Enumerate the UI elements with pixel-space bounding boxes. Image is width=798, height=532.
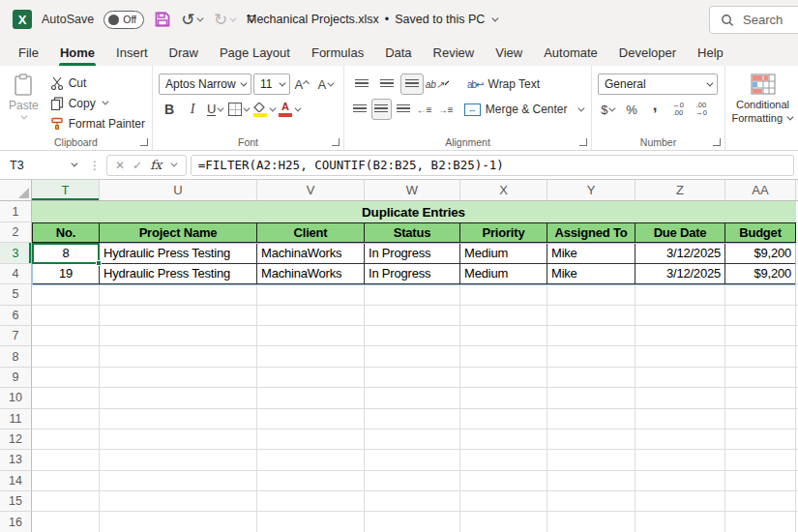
empty-cell[interactable] xyxy=(32,429,100,450)
empty-cell[interactable] xyxy=(547,346,635,367)
column-header-X[interactable]: X xyxy=(460,180,547,200)
autosave-toggle[interactable]: Off xyxy=(103,11,144,29)
empty-cell[interactable] xyxy=(635,306,725,326)
data-cell[interactable]: In Progress xyxy=(365,264,460,284)
align-center-button[interactable] xyxy=(371,99,391,120)
empty-cell[interactable] xyxy=(32,388,100,408)
increase-font-size-button[interactable]: A xyxy=(292,74,313,95)
empty-cell[interactable] xyxy=(460,409,547,429)
empty-cell[interactable] xyxy=(460,346,547,367)
empty-cell[interactable] xyxy=(547,284,635,305)
empty-cell[interactable] xyxy=(460,512,547,532)
conditional-formatting-button[interactable]: Conditional Formatting xyxy=(731,99,794,126)
empty-cell[interactable] xyxy=(725,368,796,388)
empty-cell[interactable] xyxy=(100,346,257,367)
empty-cell[interactable] xyxy=(257,368,365,388)
empty-cell[interactable] xyxy=(547,491,635,512)
tab-developer[interactable]: Developer xyxy=(608,39,687,66)
empty-cell[interactable] xyxy=(547,306,635,326)
empty-cell[interactable] xyxy=(32,471,100,491)
empty-cell[interactable] xyxy=(725,306,796,326)
data-cell[interactable]: 19 xyxy=(32,264,100,284)
empty-cell[interactable] xyxy=(635,409,725,429)
tab-data[interactable]: Data xyxy=(374,39,422,66)
format-painter-button[interactable]: Format Painter xyxy=(47,113,148,133)
enter-button[interactable]: ✓ xyxy=(133,159,142,172)
tab-review[interactable]: Review xyxy=(423,39,486,66)
empty-cell[interactable] xyxy=(635,471,725,491)
empty-cell[interactable] xyxy=(547,388,635,408)
empty-cell[interactable] xyxy=(365,429,460,450)
row-header[interactable]: 14 xyxy=(0,471,32,491)
cut-button[interactable]: Cut xyxy=(47,73,148,93)
empty-cell[interactable] xyxy=(460,368,547,388)
empty-cell[interactable] xyxy=(100,388,257,408)
data-cell[interactable]: $9,200 xyxy=(725,243,796,263)
empty-cell[interactable] xyxy=(460,491,547,512)
empty-cell[interactable] xyxy=(257,450,365,470)
decrease-font-size-button[interactable]: A xyxy=(315,74,337,95)
empty-cell[interactable] xyxy=(365,450,460,470)
decrease-decimal-button[interactable]: .00→0 xyxy=(691,99,712,120)
tab-formulas[interactable]: Formulas xyxy=(301,39,374,66)
comma-style-button[interactable]: , xyxy=(644,99,665,120)
row-header[interactable]: 7 xyxy=(0,326,32,346)
row-header[interactable]: 11 xyxy=(0,409,32,429)
empty-cell[interactable] xyxy=(365,491,460,512)
copy-button[interactable]: Copy xyxy=(47,93,148,113)
borders-button[interactable] xyxy=(228,99,251,120)
data-cell[interactable]: 8 xyxy=(32,243,100,263)
empty-cell[interactable] xyxy=(547,368,635,388)
data-cell[interactable]: Hydraulic Press Testing xyxy=(100,264,257,284)
data-cell[interactable]: Mike xyxy=(547,264,635,284)
name-box[interactable]: T3 xyxy=(4,155,83,176)
tab-file[interactable]: File xyxy=(8,39,49,66)
empty-cell[interactable] xyxy=(635,491,725,512)
empty-cell[interactable] xyxy=(100,368,257,388)
empty-cell[interactable] xyxy=(547,326,635,346)
empty-cell[interactable] xyxy=(365,471,460,491)
column-header-Y[interactable]: Y xyxy=(547,180,635,200)
empty-cell[interactable] xyxy=(365,326,460,346)
data-cell[interactable]: Mike xyxy=(547,243,635,263)
tab-view[interactable]: View xyxy=(485,39,533,66)
increase-decimal-button[interactable]: ←0.00 xyxy=(667,99,689,120)
empty-cell[interactable] xyxy=(257,388,365,408)
select-all-button[interactable] xyxy=(0,180,32,200)
row-header[interactable]: 4 xyxy=(0,264,32,284)
empty-cell[interactable] xyxy=(32,409,100,429)
alignment-dialog-launcher[interactable] xyxy=(579,138,587,146)
empty-cell[interactable] xyxy=(100,284,257,305)
italic-button[interactable]: I xyxy=(182,99,203,120)
data-cell[interactable]: Medium xyxy=(460,264,547,284)
empty-cell[interactable] xyxy=(32,306,100,326)
empty-cell[interactable] xyxy=(547,471,635,491)
header-cell[interactable]: No. xyxy=(32,222,100,243)
empty-cell[interactable] xyxy=(635,326,725,346)
align-left-button[interactable] xyxy=(350,99,369,120)
empty-cell[interactable] xyxy=(257,346,365,367)
row-header[interactable]: 2 xyxy=(0,222,32,243)
empty-cell[interactable] xyxy=(100,450,257,470)
paste-button[interactable]: Paste xyxy=(6,72,42,134)
font-size-combo[interactable]: 11 xyxy=(253,74,290,95)
row-header[interactable]: 6 xyxy=(0,306,32,326)
align-right-button[interactable] xyxy=(394,99,413,120)
empty-cell[interactable] xyxy=(460,388,547,408)
empty-cell[interactable] xyxy=(725,284,796,305)
wrap-text-button[interactable]: ab↩ Wrap Text xyxy=(464,74,543,95)
tab-automate[interactable]: Automate xyxy=(533,39,608,66)
underline-button[interactable]: U xyxy=(205,99,226,120)
data-cell[interactable]: $9,200 xyxy=(725,264,796,284)
tab-home[interactable]: Home xyxy=(49,39,105,66)
header-cell[interactable]: Project Name xyxy=(100,222,257,243)
empty-cell[interactable] xyxy=(635,346,725,367)
empty-cell[interactable] xyxy=(365,306,460,326)
empty-cell[interactable] xyxy=(32,346,100,367)
empty-cell[interactable] xyxy=(365,284,460,305)
empty-cell[interactable] xyxy=(725,512,796,532)
accounting-format-button[interactable]: $ xyxy=(598,99,619,120)
data-cell[interactable]: In Progress xyxy=(365,243,460,263)
column-header-U[interactable]: U xyxy=(100,180,257,200)
fill-color-button[interactable] xyxy=(252,99,277,120)
